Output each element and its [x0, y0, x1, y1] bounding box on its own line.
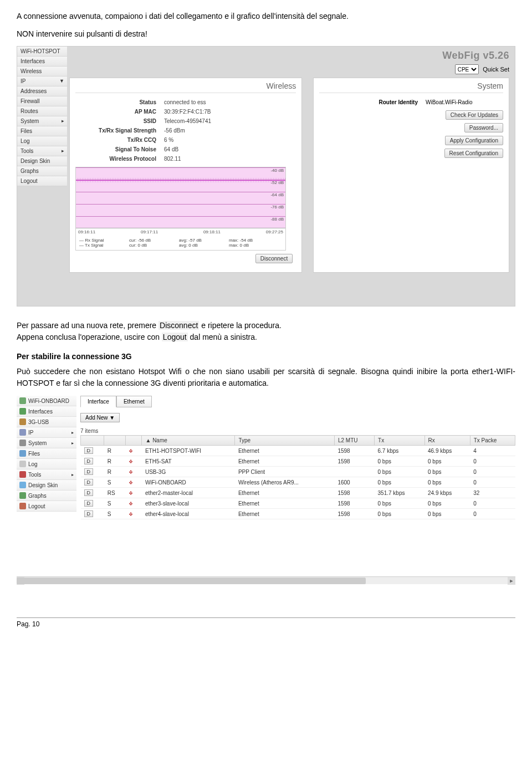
add-new-button[interactable]: Add New ▼ [80, 413, 120, 422]
col-header[interactable] [104, 436, 125, 446]
cell: ETH1-HOTSPOT-WIFI [142, 446, 235, 456]
col-header[interactable]: Tx [375, 436, 424, 446]
cell: 0 [470, 509, 515, 519]
detail-button[interactable]: D [84, 458, 94, 464]
table-row[interactable]: DS❖ether3-slave-localEthernet15980 bps0 … [81, 498, 515, 509]
mid-p1: Per passare ad una nuova rete, premere D… [17, 320, 515, 331]
scroll-right-icon[interactable]: ► [508, 577, 515, 585]
mid-p2: Appena conclusa l'operazione, uscire con… [17, 331, 515, 343]
nav-label: 3G-USB [28, 419, 49, 425]
col-header[interactable]: Type [235, 436, 335, 446]
sidebar-item-tools[interactable]: Tools▸ [17, 146, 67, 156]
nav-label: Tools [28, 472, 41, 478]
expand-icon: ▸ [71, 430, 74, 435]
cell: 1598 [334, 488, 374, 498]
col-header[interactable] [81, 436, 104, 446]
scroll-thumb[interactable] [17, 578, 366, 584]
detail-button[interactable]: D [84, 510, 94, 517]
cell: 0 bps [375, 467, 424, 477]
nav-item-tools[interactable]: Tools ▸ [17, 469, 76, 480]
webfig-brand: WebFig v5.26 [442, 50, 509, 62]
detail-button[interactable]: D [84, 479, 94, 486]
cell: 4 [470, 446, 515, 456]
sidebar-item-files[interactable]: Files [17, 126, 67, 136]
table-row[interactable]: DS❖WiFi-ONBOARDWireless (Atheros AR9...1… [81, 477, 515, 488]
nav-item-interfaces[interactable]: Interfaces [17, 406, 76, 417]
cell: R [104, 446, 125, 456]
label: SSID [75, 118, 164, 124]
sidebar-item-wifi-hotspot[interactable]: WiFi-HOTSPOT [17, 47, 67, 57]
nav-item-3g-usb[interactable]: 3G-USB [17, 417, 76, 427]
chart-time-label: 09:27:25 [266, 229, 283, 234]
detail-button[interactable]: D [84, 447, 94, 454]
col-header[interactable]: ▲ Name [142, 436, 235, 446]
nav-item-graphs[interactable]: Graphs [17, 491, 76, 501]
cell: ether4-slave-local [142, 509, 235, 519]
quickset-select[interactable]: CPE [455, 64, 479, 74]
cell: 0 bps [424, 477, 470, 488]
tab-interface[interactable]: Interface [80, 396, 116, 407]
interface-icon: ❖ [129, 491, 133, 496]
cell: 0 [470, 467, 515, 477]
sidebar-item-ip[interactable]: IP▼ [17, 76, 67, 86]
value: 802.11 [164, 156, 296, 162]
detail-button[interactable]: D [84, 468, 94, 475]
nav-item-wifi-onboard[interactable]: WiFi-ONBOARD [17, 396, 76, 406]
legend-row: — Rx Signalcur: -56 dBavg: -57 dBmax: -5… [79, 238, 282, 243]
sidebar-item-addresses[interactable]: Addresses [17, 86, 67, 96]
cell: D [81, 456, 104, 467]
chart-time-label: 09:18:11 [203, 229, 221, 234]
horizontal-scrollbar[interactable]: ◄ ► [17, 576, 515, 584]
tab-ethernet[interactable]: Ethernet [116, 396, 152, 407]
nav-item-ip[interactable]: IP ▸ [17, 427, 76, 438]
nav-item-system[interactable]: System ▸ [17, 438, 76, 448]
label: Tx/Rx CCQ [75, 137, 164, 143]
password--button[interactable]: Password... [464, 123, 503, 132]
chart-gridline: -76 dB [76, 204, 285, 210]
cell: 0 bps [424, 509, 470, 519]
chart-gridline: -88 dB [76, 216, 285, 222]
sidebar-item-logout[interactable]: Logout [17, 176, 67, 186]
nav-item-log[interactable]: Log [17, 459, 76, 469]
cell: D [81, 477, 104, 488]
sidebar-item-graphs[interactable]: Graphs [17, 166, 67, 176]
apply-configuration-button[interactable]: Apply Configuration [445, 136, 503, 145]
table-row[interactable]: DR❖ETH1-HOTSPOT-WIFIEthernet15986.7 kbps… [81, 446, 515, 456]
cell: 0 bps [424, 498, 470, 509]
nav-icon [19, 471, 26, 478]
nav-item-design-skin[interactable]: Design Skin [17, 480, 76, 491]
detail-button[interactable]: D [84, 500, 94, 507]
col-header[interactable] [125, 436, 142, 446]
sidebar-item-log[interactable]: Log [17, 136, 67, 146]
table-row[interactable]: DRS❖ether2-master-localEthernet1598351.7… [81, 488, 515, 498]
chart-gridline: -52 dB [76, 180, 285, 185]
sidebar-item-design-skin[interactable]: Design Skin [17, 156, 67, 166]
chart-gridline: -64 dB [76, 192, 285, 197]
wireless-row: Tx/Rx CCQ6 % [75, 135, 296, 145]
table-row[interactable]: DR❖ETH5-SATEthernet15980 bps0 bps0 [81, 456, 515, 467]
reset-configuration-button[interactable]: Reset Configuration [444, 149, 503, 158]
table-row[interactable]: DS❖ether4-slave-localEthernet15980 bps0 … [81, 509, 515, 519]
interface-icon: ❖ [129, 501, 133, 507]
col-header[interactable]: L2 MTU [334, 436, 374, 446]
table-row[interactable]: DR❖USB-3GPPP Client0 bps0 bps0 [81, 467, 515, 477]
detail-button[interactable]: D [84, 489, 94, 496]
sidebar-item-wireless[interactable]: Wireless [17, 67, 67, 76]
col-header[interactable]: Tx Packe [470, 436, 515, 446]
cell: Ethernet [235, 446, 335, 456]
sidebar-item-interfaces[interactable]: Interfaces [17, 57, 67, 67]
cell: Wireless (Atheros AR9... [235, 477, 335, 488]
disconnect-highlight: Disconnect [158, 321, 199, 330]
disconnect-button[interactable]: Disconnect [255, 254, 293, 263]
sidebar-item-firewall[interactable]: Firewall [17, 96, 67, 106]
col-header[interactable]: Rx [424, 436, 470, 446]
nav-item-logout[interactable]: Logout [17, 501, 76, 512]
nav-item-files[interactable]: Files [17, 448, 76, 459]
chart-time-label: 09:17:11 [141, 229, 158, 234]
mid-p3: Può succedere che non esistano Hotspot W… [17, 366, 515, 389]
cell: 1598 [334, 509, 374, 519]
sidebar-item-system[interactable]: System▸ [17, 116, 67, 126]
cell: 6.7 kbps [375, 446, 424, 456]
sidebar-item-routes[interactable]: Routes [17, 106, 67, 116]
check-for-updates-button[interactable]: Check For Updates [446, 110, 503, 120]
